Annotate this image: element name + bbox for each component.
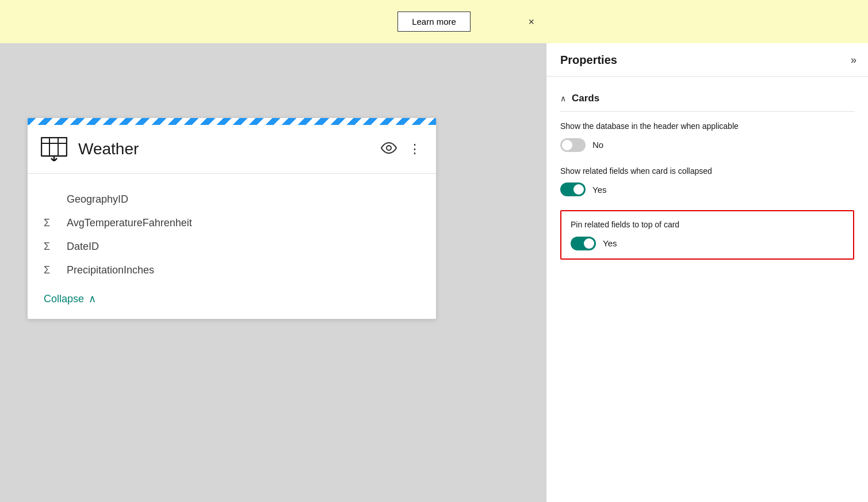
collapse-link[interactable]: Collapse ∧: [44, 282, 420, 305]
section-title: Cards: [572, 93, 599, 104]
panel-collapse-button[interactable]: »: [851, 54, 856, 66]
sigma-icon: Σ: [44, 264, 62, 276]
table-icon: [39, 135, 69, 163]
toggle-slider: [560, 138, 586, 152]
field-row: Σ PrecipitationInches: [44, 258, 420, 282]
learn-more-button[interactable]: Learn more: [397, 12, 471, 32]
top-banner: Learn more ×: [0, 0, 868, 43]
toggle-row: Yes: [560, 182, 854, 196]
cards-section-header[interactable]: ∧ Cards: [560, 86, 854, 112]
close-banner-button[interactable]: ×: [528, 16, 534, 28]
property-pin-related-fields-highlighted: Pin related fields to top of card Yes: [560, 210, 854, 260]
field-name: GeographyID: [67, 193, 128, 206]
property-show-database: Show the database in the header when app…: [560, 121, 854, 152]
property-show-related-fields: Show related fields when card is collaps…: [560, 166, 854, 197]
canvas-area: Weather ⋮ GeographyID: [0, 43, 546, 502]
show-database-toggle[interactable]: [560, 138, 586, 152]
card-title: Weather: [78, 140, 381, 158]
field-row: GeographyID: [44, 188, 420, 211]
card-container: Weather ⋮ GeographyID: [28, 118, 436, 319]
field-name: DateID: [67, 241, 99, 253]
toggle-value: Yes: [603, 238, 617, 248]
toggle-slider: [560, 182, 586, 196]
field-name: AvgTemperatureFahrenheit: [67, 217, 192, 229]
card-header-actions: ⋮: [381, 142, 422, 157]
property-label: Pin related fields to top of card: [571, 219, 844, 231]
sigma-icon: Σ: [44, 217, 62, 229]
toggle-value: Yes: [592, 185, 606, 195]
panel-body: ∧ Cards Show the database in the header …: [546, 77, 868, 502]
collapse-chevron-icon: ∧: [89, 292, 96, 305]
eye-icon[interactable]: [381, 142, 397, 157]
field-row: Σ DateID: [44, 235, 420, 258]
properties-panel: Properties » ∧ Cards Show the database i…: [546, 43, 868, 502]
panel-header: Properties »: [546, 43, 868, 77]
toggle-row: Yes: [571, 237, 844, 250]
show-related-fields-toggle[interactable]: [560, 182, 586, 196]
panel-title: Properties: [560, 54, 617, 67]
pin-related-fields-toggle[interactable]: [571, 237, 596, 250]
property-label: Show the database in the header when app…: [560, 121, 854, 132]
card-header: Weather ⋮: [28, 125, 436, 174]
collapse-label: Collapse: [44, 293, 84, 305]
toggle-row: No: [560, 138, 854, 152]
sigma-icon: Σ: [44, 241, 62, 253]
field-name: PrecipitationInches: [67, 264, 154, 276]
field-row: Σ AvgTemperatureFahrenheit: [44, 211, 420, 235]
section-chevron-icon: ∧: [560, 94, 566, 103]
svg-rect-0: [41, 138, 67, 156]
svg-point-5: [387, 146, 391, 150]
card-stripe: [28, 118, 436, 125]
toggle-value: No: [592, 140, 603, 150]
card-body: GeographyID Σ AvgTemperatureFahrenheit Σ…: [28, 174, 436, 319]
property-label: Show related fields when card is collaps…: [560, 166, 854, 177]
main-area: Weather ⋮ GeographyID: [0, 43, 868, 502]
toggle-slider: [571, 237, 596, 250]
more-options-icon[interactable]: ⋮: [408, 142, 422, 157]
